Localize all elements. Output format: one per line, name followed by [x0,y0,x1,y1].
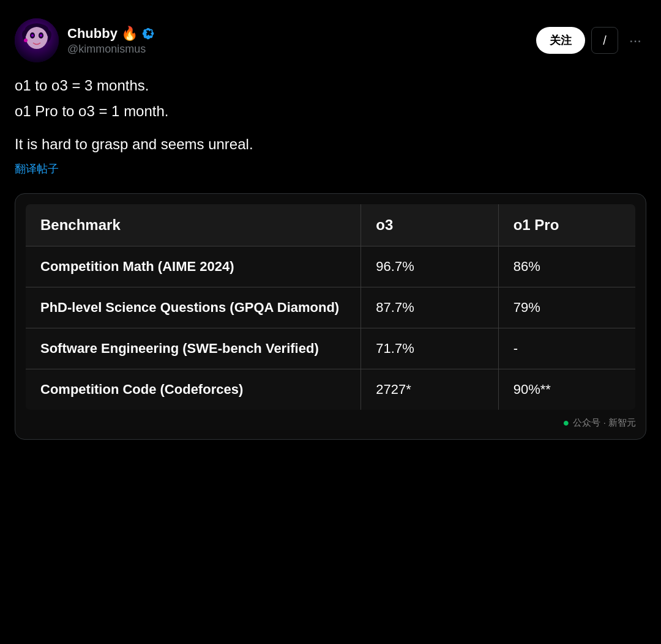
more-button[interactable]: ··· [624,28,646,53]
watermark: ● 公众号 · 新智元 [25,416,636,429]
row-4-o3: 2727* [361,369,498,410]
benchmark-card: Benchmark o3 o1 Pro Competition Math (AI… [15,193,646,440]
row-3-o3: 71.7% [361,328,498,369]
row-4-o1pro: 90%** [498,369,635,410]
fire-emoji: 🔥 [121,26,138,42]
tweet-body: o1 to o3 = 3 months. o1 Pro to o3 = 1 mo… [15,75,646,155]
svg-point-4 [31,34,34,37]
follow-button[interactable]: 关注 [536,27,585,54]
wechat-icon: ● [563,416,570,429]
username-handle: @kimmonismus [67,43,155,56]
row-1-o3: 96.7% [361,246,498,287]
tweet-line-3: It is hard to grasp and seems unreal. [15,133,646,155]
watermark-text: 公众号 · 新智元 [573,417,636,429]
table-header-row: Benchmark o3 o1 Pro [26,204,636,246]
username-display: Chubby [67,26,118,42]
table-row: Competition Math (AIME 2024) 96.7% 86% [26,246,636,287]
row-2-o1pro: 79% [498,287,635,328]
row-4-benchmark: Competition Code (Codeforces) [26,369,361,410]
table-row: Software Engineering (SWE-bench Verified… [26,328,636,369]
tweet-actions: 关注 / ··· [536,27,646,54]
verified-icon [141,27,155,40]
table-row: PhD-level Science Questions (GPQA Diamon… [26,287,636,328]
tweet-line-1: o1 to o3 = 3 months. [15,75,646,97]
tweet-line-2: o1 Pro to o3 = 1 month. [15,100,646,122]
row-2-o3: 87.7% [361,287,498,328]
col-header-benchmark: Benchmark [26,204,361,246]
row-1-benchmark: Competition Math (AIME 2024) [26,246,361,287]
table-row: Competition Code (Codeforces) 2727* 90%*… [26,369,636,410]
display-name: Chubby 🔥 [67,26,155,42]
benchmark-table: Benchmark o3 o1 Pro Competition Math (AI… [25,204,636,410]
avatar[interactable] [15,18,59,62]
translate-link[interactable]: 翻译帖子 [15,161,59,176]
row-1-o1pro: 86% [498,246,635,287]
row-3-benchmark: Software Engineering (SWE-bench Verified… [26,328,361,369]
row-3-o1pro: - [498,328,635,369]
svg-point-6 [24,39,28,42]
user-profile: Chubby 🔥 @kimmonismus [15,18,155,62]
row-2-benchmark: PhD-level Science Questions (GPQA Diamon… [26,287,361,328]
col-header-o1pro: o1 Pro [498,204,635,246]
user-info: Chubby 🔥 @kimmonismus [67,26,155,56]
col-header-o3: o3 [361,204,498,246]
slash-button[interactable]: / [591,27,618,54]
svg-point-5 [40,34,42,37]
tweet-header: Chubby 🔥 @kimmonismus 关注 / ··· [15,12,646,62]
table-container: Benchmark o3 o1 Pro Competition Math (AI… [15,193,646,440]
